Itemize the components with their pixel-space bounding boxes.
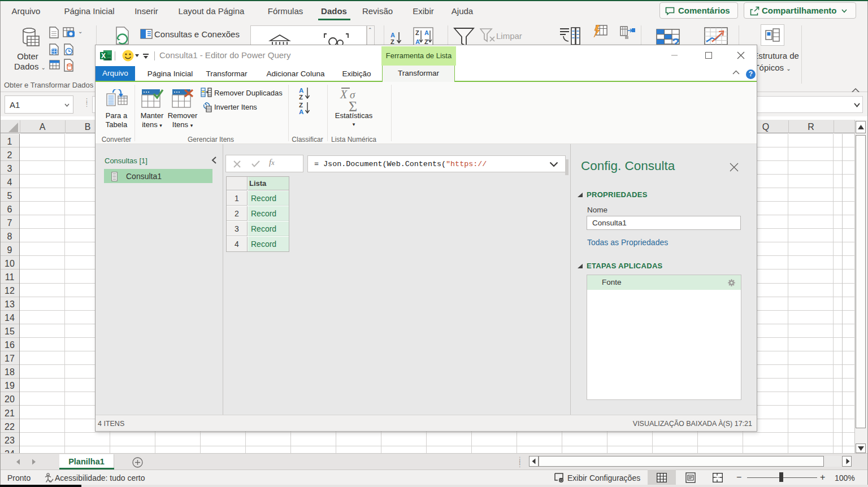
svg-text:X: X [340, 88, 348, 101]
svg-text:X: X [101, 52, 106, 60]
svg-text:A: A [299, 87, 303, 94]
svg-text:Σ: Σ [349, 98, 357, 112]
svg-text:Z: Z [299, 94, 303, 101]
svg-text:A: A [424, 29, 429, 36]
svg-text:A: A [299, 108, 303, 115]
svg-text:Z: Z [415, 29, 419, 36]
svg-text:Z: Z [299, 102, 303, 108]
svg-text:A: A [390, 32, 395, 38]
